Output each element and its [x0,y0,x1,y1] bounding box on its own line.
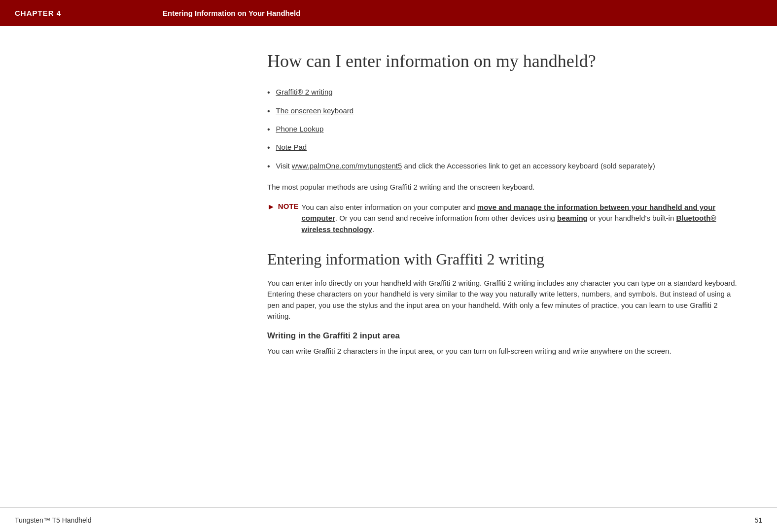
bullet-dot: • [267,106,270,117]
note-header: ► NOTE You can also enter information on… [267,202,738,235]
content-wrapper: How can I enter information on my handhe… [0,26,777,507]
footer: Tungsten™ T5 Handheld 51 [0,507,777,532]
bullet-dot: • [267,161,270,172]
graffiti-link[interactable]: Graffiti® 2 writing [276,87,333,97]
list-item: • Graffiti® 2 writing [267,87,738,98]
footer-brand-suffix: Handheld [60,516,92,524]
left-sidebar [0,26,238,507]
bullet-dot: • [267,124,270,135]
visit-text: Visit www.palmOne.com/mytungstent5 and c… [276,161,655,171]
phone-lookup-link[interactable]: Phone Lookup [276,124,324,134]
note-label: NOTE [278,202,299,210]
footer-brand: Tungsten™ T5 Handheld [15,516,92,524]
list-item: • The onscreen keyboard [267,105,738,117]
bullet-list: • Graffiti® 2 writing • The onscreen key… [267,87,738,172]
visit-suffix: and click the Accessories link to get an… [402,162,655,170]
footer-page-number: 51 [754,516,762,524]
note-pad-link[interactable]: Note Pad [276,142,307,152]
subsection-heading: Writing in the Graffiti 2 input area [267,331,738,341]
bullet-dot: • [267,87,270,98]
list-item: • Visit www.palmOne.com/mytungstent5 and… [267,161,738,172]
footer-brand-name: Tungsten™ T5 [15,516,60,524]
subsection-body: You can write Graffiti 2 characters in t… [267,346,738,357]
main-content: How can I enter information on my handhe… [238,26,777,507]
list-item: • Note Pad [267,142,738,153]
list-item: • Phone Lookup [267,124,738,135]
section2-heading: Entering information with Graffiti 2 wri… [267,250,738,268]
intro-heading: How can I enter information on my handhe… [267,51,738,72]
note-text: You can also enter information on your c… [302,202,738,235]
note-box: ► NOTE You can also enter information on… [267,202,738,235]
chapter-label: CHAPTER 4 [15,9,163,17]
note-icon: ► [267,202,275,211]
header-bar: CHAPTER 4 Entering Information on Your H… [0,0,777,26]
keyboard-link[interactable]: The onscreen keyboard [276,105,354,116]
section2-body: You can enter info directly on your hand… [267,278,738,322]
header-page-title: Entering Information on Your Handheld [163,9,300,17]
popular-methods-para: The most popular methods are using Graff… [267,182,738,193]
beaming-link[interactable]: beaming [557,214,588,222]
palmone-link[interactable]: www.palmOne.com/mytungstent5 [292,162,402,170]
bullet-dot: • [267,142,270,153]
